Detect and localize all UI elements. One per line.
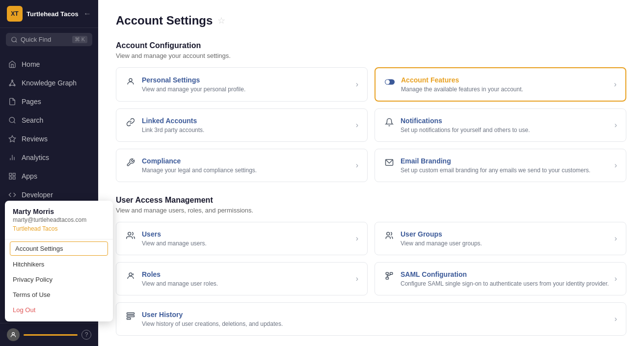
personal-settings-card[interactable]: Personal Settings View and manage your p…: [116, 67, 368, 102]
svg-rect-16: [9, 177, 12, 179]
dropdown-item-log-out[interactable]: Log Out: [5, 302, 113, 318]
developer-icon: [8, 190, 17, 199]
dropdown-org: Turtlehead Tacos: [5, 225, 113, 237]
user-access-desc: View and manage users, roles, and permis…: [116, 207, 626, 214]
card-left: Personal Settings View and manage your p…: [125, 76, 245, 93]
analytics-icon: [8, 153, 17, 162]
card-left: User History View history of user creati…: [125, 311, 283, 327]
svg-rect-27: [390, 272, 393, 274]
dropdown-item-account-settings[interactable]: Account Settings: [10, 241, 108, 256]
email-branding-card[interactable]: Email Branding Set up custom email brand…: [375, 149, 626, 182]
svg-line-5: [10, 81, 12, 85]
svg-rect-15: [13, 173, 15, 176]
svg-point-0: [12, 37, 16, 41]
sidebar-brand[interactable]: XT Turtlehead Tacos: [7, 6, 79, 22]
account-features-card[interactable]: Account Features Manage the available fe…: [375, 67, 626, 102]
sidebar-item-knowledge-graph[interactable]: Knowledge Graph: [0, 74, 98, 92]
chevron-right-icon: ›: [356, 234, 358, 243]
user-history-desc: View history of user creations, deletion…: [142, 320, 283, 327]
user-groups-icon: [384, 231, 395, 242]
svg-point-23: [128, 232, 131, 235]
sidebar-item-developer-label: Developer: [22, 191, 53, 199]
saml-config-card[interactable]: SAML Configuration Configure SAML single…: [375, 262, 626, 295]
svg-point-2: [12, 80, 13, 81]
saml-config-desc: Configure SAML single sign-on to authent…: [401, 280, 609, 287]
user-access-cards: Users View and manage users. › User Grou…: [116, 222, 626, 336]
saml-icon: [384, 271, 395, 283]
svg-line-1: [16, 41, 17, 42]
svg-point-25: [129, 273, 132, 276]
sidebar-item-reviews-label: Reviews: [22, 135, 48, 143]
card-left: Compliance Manage your legal and complia…: [125, 157, 257, 174]
notifications-title: Notifications: [401, 117, 530, 125]
compliance-card[interactable]: Compliance Manage your legal and complia…: [116, 149, 368, 182]
sidebar-item-search[interactable]: Search: [0, 111, 98, 130]
account-config-section: Account Configuration View and manage yo…: [116, 41, 626, 182]
users-card[interactable]: Users View and manage users. ›: [116, 222, 368, 255]
roles-title: Roles: [142, 270, 218, 278]
linked-accounts-card[interactable]: Linked Accounts Link 3rd party accounts.…: [116, 108, 368, 142]
card-left: User Groups View and manage user groups.: [384, 230, 482, 247]
user-history-title: User History: [142, 311, 283, 319]
svg-point-8: [9, 117, 15, 123]
sidebar-header: XT Turtlehead Tacos ←: [0, 0, 98, 28]
sidebar-item-search-label: Search: [22, 116, 43, 124]
roles-desc: View and manage user roles.: [142, 280, 218, 287]
user-access-section: User Access Management View and manage u…: [116, 196, 626, 336]
notifications-card[interactable]: Notifications Set up notifications for y…: [375, 108, 626, 142]
svg-rect-32: [127, 316, 134, 317]
linked-accounts-desc: Link 3rd party accounts.: [142, 127, 204, 133]
quick-find-button[interactable]: Quick Find ⌘ K: [6, 33, 92, 46]
chevron-right-icon: ›: [614, 80, 617, 89]
sidebar-item-pages-label: Pages: [22, 98, 41, 106]
chevron-right-icon: ›: [615, 161, 617, 170]
favorite-star-icon[interactable]: ☆: [217, 15, 225, 26]
chevron-right-icon: ›: [615, 121, 617, 130]
user-access-title: User Access Management: [116, 196, 626, 205]
account-config-cards: Personal Settings View and manage your p…: [116, 67, 626, 182]
sidebar-item-pages[interactable]: Pages: [0, 92, 98, 111]
card-left: SAML Configuration Configure SAML single…: [384, 270, 609, 287]
apps-icon: [8, 172, 17, 181]
chevron-right-icon: ›: [615, 315, 617, 323]
svg-rect-31: [127, 313, 134, 314]
page-header: Account Settings ☆: [116, 14, 626, 27]
dropdown-item-privacy-policy[interactable]: Privacy Policy: [5, 272, 113, 287]
link-icon: [125, 118, 136, 129]
user-groups-title: User Groups: [401, 230, 482, 238]
dropdown-item-terms-of-use[interactable]: Terms of Use: [5, 287, 113, 302]
email-icon: [384, 158, 395, 169]
sidebar-footer[interactable]: ?: [0, 323, 98, 346]
dropdown-user-name: Marty Morris: [5, 208, 113, 215]
sidebar-item-analytics[interactable]: Analytics: [0, 148, 98, 167]
footer-progress-bar: [24, 334, 78, 336]
linked-accounts-title: Linked Accounts: [142, 117, 204, 125]
help-icon[interactable]: ?: [81, 330, 91, 340]
chevron-right-icon: ›: [615, 274, 617, 283]
person-icon: [125, 77, 136, 88]
dropdown-divider: [5, 239, 113, 240]
personal-settings-title: Personal Settings: [142, 76, 245, 84]
dropdown-item-hitchhikers[interactable]: Hitchhikers: [5, 257, 113, 272]
chevron-right-icon: ›: [356, 121, 358, 130]
sidebar-item-apps[interactable]: Apps: [0, 167, 98, 186]
account-config-title: Account Configuration: [116, 41, 626, 50]
roles-card[interactable]: Roles View and manage user roles. ›: [116, 262, 368, 295]
user-groups-card[interactable]: User Groups View and manage user groups.…: [375, 222, 626, 255]
sidebar-item-home-label: Home: [22, 60, 40, 68]
back-icon[interactable]: ←: [83, 9, 91, 18]
svg-rect-28: [386, 277, 388, 279]
svg-point-24: [387, 232, 390, 235]
quick-find-label: Quick Find: [21, 36, 69, 43]
svg-rect-33: [127, 318, 131, 319]
card-left: Linked Accounts Link 3rd party accounts.: [125, 117, 204, 133]
account-features-desc: Manage the available features in your ac…: [401, 86, 523, 93]
email-branding-desc: Set up custom email branding for any ema…: [401, 167, 590, 174]
sidebar-item-home[interactable]: Home: [0, 55, 98, 74]
sidebar-item-reviews[interactable]: Reviews: [0, 130, 98, 148]
users-title: Users: [142, 230, 207, 238]
dropdown-user-email: marty@turtleheadtacos.com: [5, 215, 113, 225]
account-config-desc: View and manage your account settings.: [116, 52, 626, 59]
roles-icon: [125, 271, 136, 283]
user-history-card[interactable]: User History View history of user creati…: [116, 302, 626, 336]
